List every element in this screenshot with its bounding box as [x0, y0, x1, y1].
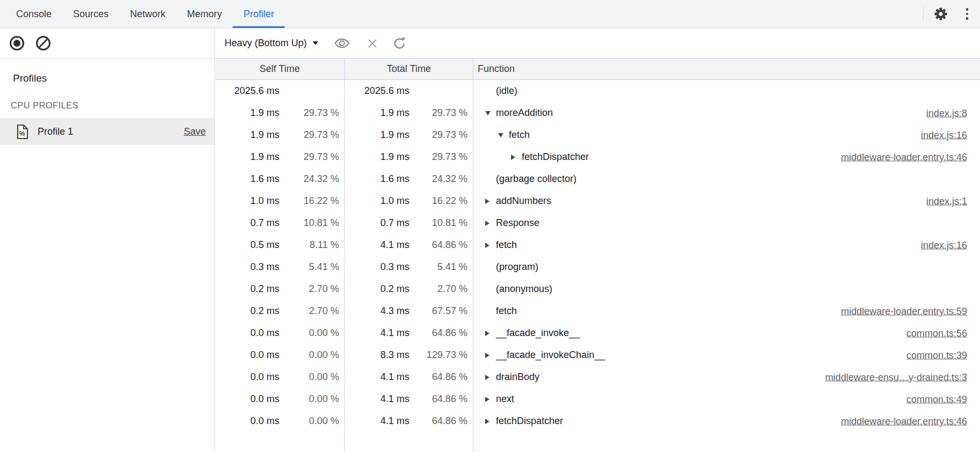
tab-console[interactable]: Console: [5, 0, 62, 28]
expand-arrow-icon[interactable]: [498, 133, 509, 137]
view-mode-label: Heavy (Bottom Up): [225, 38, 307, 49]
expand-arrow-icon[interactable]: [485, 375, 496, 380]
expand-arrow-icon[interactable]: [485, 199, 496, 204]
total-time-ms: 4.1 ms: [345, 327, 409, 339]
function-name: (program): [496, 261, 538, 273]
source-link[interactable]: index.js:8: [926, 107, 967, 119]
profile-table-row[interactable]: 0.0 ms 0.00 % 8.3 ms 129.73 % __facade_i…: [215, 344, 980, 366]
profile-document-icon: %: [16, 124, 29, 140]
self-time-pct: 29.73 %: [279, 129, 344, 141]
function-name: fetch: [509, 129, 530, 141]
column-header-total-time[interactable]: Total Time: [345, 59, 473, 79]
profiler-controls: [0, 28, 214, 59]
profile-table-row[interactable]: 0.0 ms 0.00 % 4.1 ms 64.86 % __facade_in…: [215, 322, 980, 344]
self-time-ms: 1.9 ms: [215, 107, 279, 119]
source-link[interactable]: common.ts:39: [906, 349, 967, 361]
profile-name: Profile 1: [38, 126, 73, 137]
expand-arrow-icon[interactable]: [485, 331, 496, 336]
total-time-ms: 0.7 ms: [345, 217, 409, 229]
self-time-ms: 1.6 ms: [215, 173, 279, 185]
profile-table-row[interactable]: 1.6 ms 24.32 % 1.6 ms 24.32 % (garbage c…: [215, 168, 980, 190]
profile-view: Heavy (Bottom Up): [215, 28, 980, 452]
source-link[interactable]: common.ts:56: [906, 327, 967, 339]
column-header-function[interactable]: Function: [473, 59, 980, 79]
source-link[interactable]: middleware-loader.entry.ts:59: [841, 305, 967, 317]
profile-table-row[interactable]: 1.0 ms 16.22 % 1.0 ms 16.22 % addNumbers…: [215, 190, 980, 212]
self-time-ms: 0.2 ms: [215, 283, 279, 295]
self-time-cell: 1.0 ms 16.22 %: [215, 190, 345, 212]
profile-table-row[interactable]: 1.9 ms 29.73 % 1.9 ms 29.73 % moreAdditi…: [215, 102, 980, 124]
profile-data-grid: Self Time Total Time Function 2025.6 ms …: [215, 59, 980, 452]
total-time-cell: 4.3 ms 67.57 %: [345, 300, 473, 322]
profile-table-row[interactable]: 1.9 ms 29.73 % 1.9 ms 29.73 % fetchDispa…: [215, 146, 980, 168]
settings-gear-icon[interactable]: [934, 7, 948, 21]
expand-arrow-icon[interactable]: [485, 353, 496, 358]
profile-table-row[interactable]: 1.9 ms 29.73 % 1.9 ms 29.73 % fetch inde…: [215, 124, 980, 146]
total-time-pct: 24.32 %: [409, 173, 473, 185]
function-name: fetch: [496, 305, 517, 317]
close-icon[interactable]: [366, 38, 378, 49]
self-time-cell: 2025.6 ms: [215, 80, 345, 102]
tab-sources[interactable]: Sources: [62, 0, 119, 28]
profile-table-row[interactable]: 0.3 ms 5.41 % 0.3 ms 5.41 % (program): [215, 256, 980, 278]
profile-table-row[interactable]: 2025.6 ms 2025.6 ms (idle): [215, 80, 980, 102]
expand-arrow-icon[interactable]: [511, 155, 522, 160]
function-cell: fetch index.js:16: [473, 234, 980, 256]
source-link[interactable]: index.js:1: [926, 195, 967, 207]
focus-visibility-icon[interactable]: [334, 38, 350, 49]
save-profile-link[interactable]: Save: [184, 126, 206, 137]
profile-table-row[interactable]: 0.0 ms 0.00 % 4.1 ms 64.86 % next common…: [215, 388, 980, 410]
record-icon[interactable]: [10, 36, 24, 50]
expand-arrow-icon[interactable]: [485, 397, 496, 402]
profile-table-row[interactable]: 0.7 ms 10.81 % 0.7 ms 10.81 % Response: [215, 212, 980, 234]
source-link[interactable]: middleware-loader.entry.ts:46: [841, 151, 967, 163]
total-time-pct: 29.73 %: [409, 151, 473, 163]
source-link[interactable]: index.js:16: [921, 239, 967, 251]
total-time-cell: 4.1 ms 64.86 %: [345, 322, 473, 344]
function-name: __facade_invoke__: [496, 327, 580, 339]
total-time-pct: 64.86 %: [409, 239, 473, 251]
refresh-icon[interactable]: [393, 37, 406, 50]
self-time-pct: 10.81 %: [279, 217, 344, 229]
column-header-self-time[interactable]: Self Time: [215, 59, 345, 79]
profile-table-row[interactable]: 0.2 ms 2.70 % 4.3 ms 67.57 % fetch middl…: [215, 300, 980, 322]
function-cell: (anonymous): [473, 278, 980, 300]
profile-table-row[interactable]: 0.5 ms 8.11 % 4.1 ms 64.86 % fetch index…: [215, 234, 980, 256]
expand-arrow-icon[interactable]: [485, 221, 496, 226]
self-time-cell: 0.2 ms 2.70 %: [215, 278, 345, 300]
function-name: fetchDispatcher: [496, 415, 563, 427]
tab-memory[interactable]: Memory: [176, 0, 233, 28]
total-time-cell: 4.1 ms 64.86 %: [345, 234, 473, 256]
self-time-pct: 0.00 %: [279, 349, 344, 361]
expand-arrow-icon[interactable]: [485, 243, 496, 248]
more-menu-icon[interactable]: [966, 8, 969, 20]
tab-profiler[interactable]: Profiler: [233, 0, 285, 28]
profile-table-row[interactable]: 0.2 ms 2.70 % 0.2 ms 2.70 % (anonymous): [215, 278, 980, 300]
clear-icon[interactable]: [36, 36, 51, 50]
total-time-cell: 8.3 ms 129.73 %: [345, 344, 473, 366]
source-link[interactable]: middleware-loader.entry.ts:46: [841, 415, 967, 427]
source-link[interactable]: middleware-ensu…y-drained.ts:3: [825, 371, 967, 383]
profile-table-row[interactable]: 0.0 ms 0.00 % 4.1 ms 64.86 % drainBody m…: [215, 366, 980, 388]
sidebar-item-profile-1[interactable]: % Profile 1 Save: [0, 118, 214, 145]
cpu-profiles-section-heading: CPU PROFILES: [11, 100, 214, 111]
self-time-cell: 0.0 ms 0.00 %: [215, 366, 345, 388]
self-time-pct: 0.00 %: [279, 393, 344, 405]
function-cell: next common.ts:49: [473, 388, 980, 410]
self-time-cell: 0.0 ms 0.00 %: [215, 410, 345, 432]
function-cell: moreAddition index.js:8: [473, 102, 980, 124]
view-mode-dropdown[interactable]: Heavy (Bottom Up): [225, 38, 318, 49]
profile-table-row[interactable]: 0.0 ms 0.00 % 4.1 ms 64.86 % fetchDispat…: [215, 410, 980, 432]
source-link[interactable]: common.ts:49: [906, 393, 967, 405]
self-time-cell: 0.0 ms 0.00 %: [215, 322, 345, 344]
tab-network[interactable]: Network: [119, 0, 176, 28]
total-time-ms: 1.6 ms: [345, 173, 409, 185]
expand-arrow-icon[interactable]: [485, 419, 496, 424]
total-time-cell: 0.7 ms 10.81 %: [345, 212, 473, 234]
source-link[interactable]: index.js:16: [921, 129, 967, 141]
function-name: addNumbers: [496, 195, 551, 207]
self-time-cell: 0.0 ms 0.00 %: [215, 344, 345, 366]
self-time-ms: 1.9 ms: [215, 151, 279, 163]
function-cell: fetchDispatcher middleware-loader.entry.…: [473, 146, 980, 168]
expand-arrow-icon[interactable]: [485, 111, 496, 115]
